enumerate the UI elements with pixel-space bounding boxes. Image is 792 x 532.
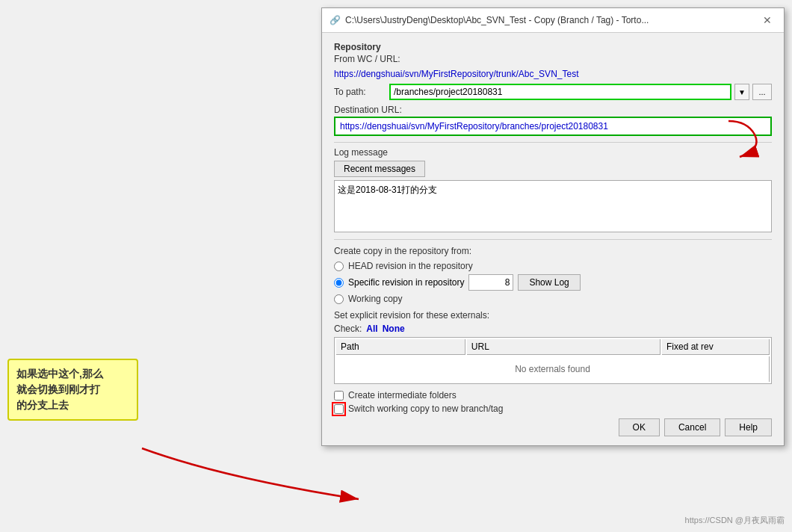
specific-revision-label: Specific revision in repository [348, 277, 464, 288]
from-wc-row: From WC / URL: [334, 54, 772, 64]
action-buttons: OK Cancel Help [334, 418, 772, 436]
head-revision-label: HEAD revision in the repository [348, 261, 473, 271]
to-path-label: To path: [334, 87, 386, 97]
log-message-textarea[interactable]: 这是2018-08-31打的分支 [334, 180, 772, 232]
specific-revision-radio[interactable] [334, 278, 344, 288]
separator-1 [334, 142, 772, 143]
to-path-input[interactable] [389, 84, 731, 100]
col-fixed-rev: Fixed at rev [662, 339, 770, 355]
intermediate-row: Create intermediate folders [334, 390, 772, 400]
to-path-dropdown-btn[interactable]: ▼ [734, 84, 749, 100]
ok-button[interactable]: OK [619, 418, 660, 436]
destination-url-box: https://dengshuai/svn/MyFirstRepository/… [334, 117, 772, 136]
watermark: https://CSDN @月夜凤雨霸 [685, 515, 785, 526]
title-text: C:\Users\JustryDeng\Desktop\Abc_SVN_Test… [345, 15, 649, 25]
repository-section-label: Repository [334, 42, 772, 52]
title-bar: 🔗 C:\Users\JustryDeng\Desktop\Abc_SVN_Te… [322, 8, 784, 33]
check-row: Check: All None [334, 324, 772, 334]
separator-2 [334, 239, 772, 240]
no-externals-cell: No externals found [336, 356, 770, 382]
to-path-browse-btn[interactable]: ... [752, 84, 772, 100]
intermediate-checkbox[interactable] [334, 391, 344, 400]
externals-table: Path URL Fixed at rev No externals found [334, 337, 772, 384]
dialog-window: 🔗 C:\Users\JustryDeng\Desktop\Abc_SVN_Te… [321, 7, 785, 446]
externals-label: Set explicit revision for these external… [334, 310, 772, 321]
working-copy-radio[interactable] [334, 294, 344, 304]
bottom-row: Create intermediate folders Switch worki… [334, 390, 772, 414]
check-all-link[interactable]: All [366, 324, 377, 334]
cancel-button[interactable]: Cancel [664, 418, 720, 436]
recent-messages-button[interactable]: Recent messages [334, 161, 425, 177]
head-revision-row: HEAD revision in the repository [334, 261, 772, 271]
annotation-text: 如果选中这个,那么 就会切换到刚才打 的分支上去 [16, 368, 103, 411]
switch-checkbox[interactable] [334, 404, 344, 414]
check-none-link[interactable]: None [383, 324, 405, 334]
to-path-row: To path: ▼ ... [334, 84, 772, 100]
destination-label: Destination URL: [334, 105, 772, 115]
log-section-label: Log message [334, 147, 772, 158]
col-url: URL [467, 339, 660, 355]
from-wc-value: https://dengshuai/svn/MyFirstRepository/… [334, 69, 578, 79]
switch-label: Switch working copy to new branch/tag [348, 403, 503, 414]
head-revision-radio[interactable] [334, 262, 344, 271]
dialog-body: Repository From WC / URL: https://dengsh… [322, 33, 784, 445]
specific-revision-row: Specific revision in repository Show Log [334, 274, 772, 291]
check-label: Check: [334, 324, 362, 334]
create-copy-label: Create copy in the repository from: [334, 246, 772, 256]
help-button[interactable]: Help [725, 418, 772, 436]
no-externals-row: No externals found [336, 356, 770, 382]
show-log-button[interactable]: Show Log [518, 274, 580, 291]
working-copy-label: Working copy [348, 294, 402, 304]
externals-section: Set explicit revision for these external… [334, 310, 772, 384]
intermediate-label: Create intermediate folders [348, 390, 457, 400]
col-path: Path [336, 339, 465, 355]
annotation-callout: 如果选中这个,那么 就会切换到刚才打 的分支上去 [7, 359, 138, 421]
from-wc-label: From WC / URL: [334, 54, 400, 64]
title-icon: 🔗 [330, 15, 341, 25]
revision-input[interactable] [468, 274, 513, 291]
close-button[interactable]: ✕ [758, 13, 776, 28]
working-copy-row: Working copy [334, 294, 772, 304]
switch-row: Switch working copy to new branch/tag [334, 403, 772, 414]
watermark-text: https://CSDN @月夜凤雨霸 [685, 516, 785, 525]
